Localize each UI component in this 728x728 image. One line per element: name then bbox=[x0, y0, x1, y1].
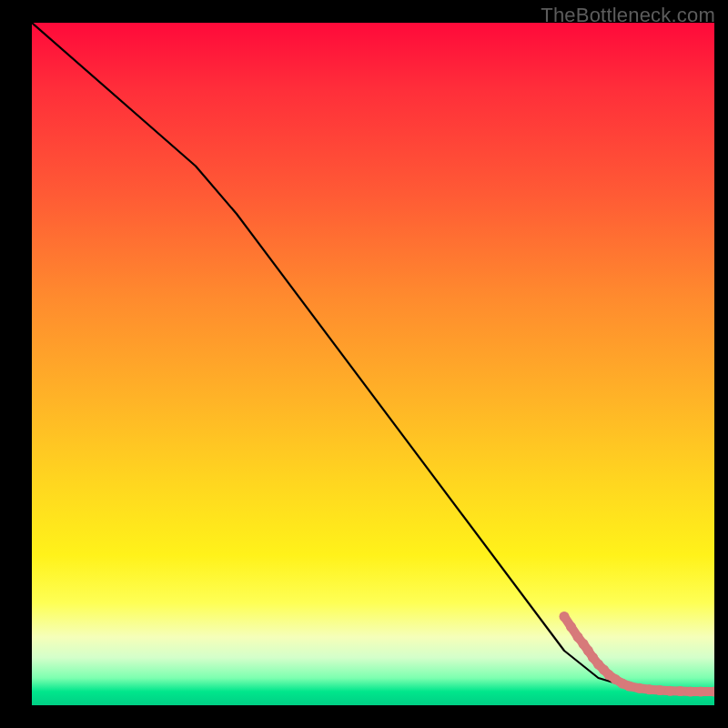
svg-point-37 bbox=[696, 687, 706, 697]
curve-line bbox=[32, 23, 714, 692]
watermark-text: TheBottleneck.com bbox=[541, 4, 715, 27]
svg-point-35 bbox=[685, 687, 695, 697]
svg-point-25 bbox=[634, 683, 644, 693]
chart-frame bbox=[32, 23, 714, 705]
svg-point-27 bbox=[644, 684, 654, 694]
svg-point-31 bbox=[665, 686, 675, 696]
svg-point-3 bbox=[566, 622, 576, 632]
svg-point-29 bbox=[655, 685, 665, 695]
chart-overlay bbox=[32, 23, 714, 705]
svg-point-33 bbox=[675, 686, 685, 696]
svg-point-23 bbox=[624, 682, 634, 692]
svg-point-1 bbox=[560, 612, 570, 622]
data-markers bbox=[560, 612, 715, 697]
